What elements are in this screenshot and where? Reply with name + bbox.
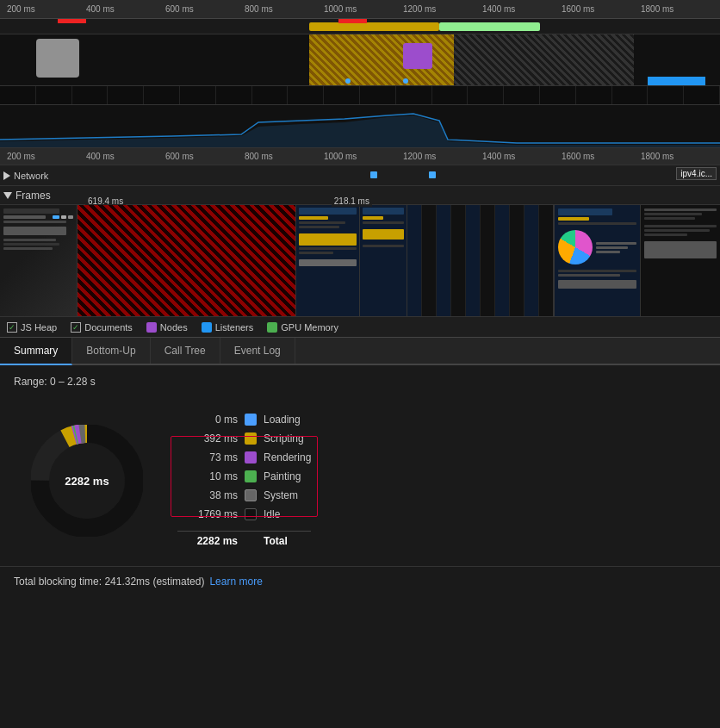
js-heap-checkbox[interactable] [7, 322, 17, 333]
ruler-mark-1: 200 ms [7, 4, 86, 14]
loading-label: Loading [264, 414, 301, 426]
purple-blob [403, 43, 431, 69]
screenshot-20 [684, 86, 720, 104]
ruler-mark-5: 1000 ms [324, 4, 403, 14]
ruler-mark-7: 1400 ms [482, 4, 562, 14]
ruler-mark-4: 800 ms [245, 4, 324, 14]
screenshot-8 [252, 86, 289, 104]
nodes-label: Nodes [160, 322, 188, 333]
rendering-ms: 73 ms [177, 451, 238, 464]
frames-expand-icon[interactable] [3, 192, 12, 199]
tab-summary[interactable]: Summary [0, 338, 72, 365]
scripting-label: Scripting [264, 432, 304, 445]
legend-table: 0 ms Loading 392 ms Scripting 73 ms Rend… [177, 414, 311, 547]
listeners-label: Listeners [215, 322, 254, 333]
memory-chart [0, 105, 720, 148]
ruler-mark-3: 600 ms [165, 4, 245, 14]
frame-duration-2: 218.1 ms [332, 196, 372, 207]
network-label-text: Network [14, 171, 48, 181]
loading-ms: 0 ms [177, 414, 238, 426]
screenshot-14 [468, 86, 504, 104]
ruler-marks-container: 200 ms 400 ms 600 ms 800 ms 1000 ms 1200… [0, 4, 720, 14]
documents-checkbox[interactable] [71, 322, 81, 333]
legend-nodes: Nodes [146, 322, 188, 333]
ruler-mark-6: 1200 ms [403, 4, 482, 14]
screenshot-12 [396, 86, 432, 104]
ruler2-mark-3: 600 ms [165, 152, 245, 161]
red-marker [58, 19, 86, 23]
blocking-time-text: Total blocking time: 241.32ms (estimated… [14, 576, 204, 588]
screenshot-13 [432, 86, 469, 104]
ruler-mark-9: 1800 ms [641, 4, 720, 14]
frames-label-container: Frames [3, 190, 72, 202]
screenshots-row [0, 86, 720, 105]
timeline-overview-row [0, 19, 720, 34]
frame-thumb-scripting [78, 205, 295, 316]
painting-color [245, 470, 257, 482]
gpu-memory-color [267, 322, 277, 333]
screenshot-19 [648, 86, 684, 104]
idle-label: Idle [264, 508, 280, 520]
screenshot-10 [324, 86, 360, 104]
loading-color [245, 414, 257, 426]
painting-ms: 10 ms [177, 470, 238, 482]
nodes-color [146, 322, 157, 333]
thin-frames-area [407, 205, 554, 316]
rendering-color [245, 451, 257, 464]
flame-chart-row [0, 34, 720, 86]
donut-center-label: 2282 ms [65, 474, 109, 487]
painting-label: Painting [264, 470, 301, 482]
learn-more-link[interactable]: Learn more [209, 576, 262, 588]
frame-thumb-text [640, 205, 720, 316]
legend-gpu-memory: GPU Memory [267, 322, 338, 333]
documents-label: Documents [84, 322, 133, 333]
blue-bar [648, 77, 705, 85]
legend-js-heap: JS Heap [7, 322, 57, 333]
idle-bar-overview [439, 22, 540, 31]
screenshot-17 [576, 86, 612, 104]
idle-color [245, 508, 257, 520]
screenshot-4 [108, 86, 144, 104]
red-marker2 [338, 19, 367, 23]
legend-row-idle: 1769 ms Idle [177, 508, 311, 520]
tab-event-log[interactable]: Event Log [220, 338, 295, 364]
tab-bottom-up[interactable]: Bottom-Up [72, 338, 150, 364]
tab-call-tree[interactable]: Call Tree [151, 338, 220, 364]
scripting-ms: 392 ms [177, 432, 238, 445]
screenshot-2 [36, 86, 72, 104]
screenshot-9 [288, 86, 324, 104]
second-ruler: 200 ms 400 ms 600 ms 800 ms 1000 ms 1200… [0, 148, 720, 165]
top-ruler: 200 ms 400 ms 600 ms 800 ms 1000 ms 1200… [0, 0, 720, 19]
ruler2-mark-5: 1000 ms [324, 152, 403, 161]
frames-label-text: Frames [16, 190, 51, 202]
ruler-mark-8: 1600 ms [562, 4, 641, 14]
scripting-color [245, 432, 257, 445]
ipv4-tooltip: ipv4.ic... [676, 167, 717, 180]
screenshot-11 [360, 86, 396, 104]
ruler2-mark-6: 1200 ms [403, 152, 482, 161]
frame-thumb-hab3 [554, 205, 640, 316]
ruler2-mark-7: 1400 ms [482, 152, 562, 161]
network-bars-area: ipv4.ic... [72, 165, 720, 186]
summary-panel: Range: 0 – 2.28 s 2282 ms [0, 365, 720, 566]
frame-thumb-hab1 [295, 205, 360, 316]
idle-ms: 1769 ms [177, 508, 238, 520]
white-blob [36, 39, 79, 78]
legend-listeners: Listeners [202, 322, 254, 333]
legend-row-painting: 10 ms Painting [177, 470, 311, 482]
rendering-label: Rendering [264, 451, 311, 464]
screenshot-7 [216, 86, 252, 104]
network-expand-icon[interactable] [3, 171, 10, 180]
range-display: Range: 0 – 2.28 s [14, 376, 706, 388]
ruler2-mark-1: 200 ms [7, 152, 86, 161]
system-label: System [264, 489, 298, 501]
hatched-area [454, 34, 634, 86]
network-row: Network ipv4.ic... [0, 165, 720, 186]
legend-row-rendering: 73 ms Rendering [177, 451, 311, 464]
screenshot-6 [180, 86, 216, 104]
ruler2-marks: 200 ms 400 ms 600 ms 800 ms 1000 ms 1200… [7, 152, 720, 161]
screenshot-18 [612, 86, 649, 104]
ruler2-mark-9: 1800 ms [641, 152, 720, 161]
total-ms-value: 2282 ms [177, 535, 238, 547]
network-label: Network [3, 171, 72, 181]
